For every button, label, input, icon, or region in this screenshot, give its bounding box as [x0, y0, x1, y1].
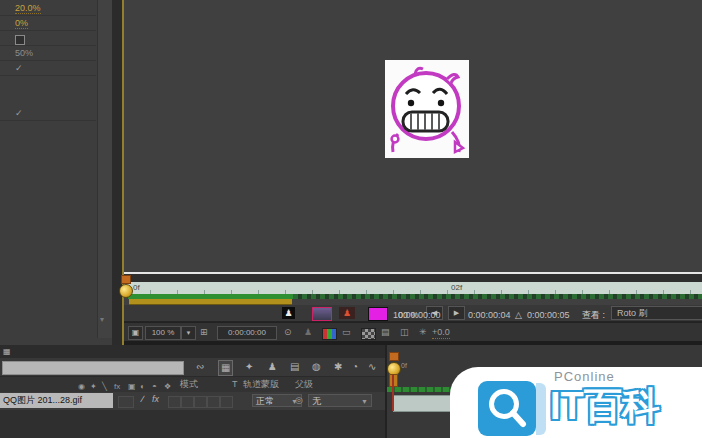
parent-select[interactable]: 无 ▼ — [308, 394, 372, 407]
row-divider — [0, 120, 96, 121]
frame-blending-icon[interactable]: ▤ — [290, 360, 299, 374]
roto-in-point: 0:00:00:00 — [398, 307, 441, 323]
row-divider — [0, 30, 96, 31]
timeline-properties-panel: 20.0% 0% 50% ✓ ✓ ▾ — [0, 0, 112, 345]
watermark: PConline IT百科 — [450, 367, 702, 438]
delta-icon: △ — [515, 307, 522, 323]
brainstorm-icon[interactable]: ✱ — [334, 360, 342, 374]
3d-view-icon[interactable]: ◫ — [400, 326, 409, 338]
auto-keyframe-icon[interactable]: ◔ — [352, 360, 358, 374]
column-header-t[interactable]: T — [232, 377, 238, 392]
roto-out-point: 0:00:00:04 — [468, 307, 511, 323]
hand-tool-icon[interactable]: ▣ — [128, 326, 143, 340]
time-ruler[interactable]: 0f 02f — [124, 282, 702, 294]
parent-value: 无 — [312, 396, 321, 406]
pixel-aspect-icon[interactable]: ▤ — [381, 326, 390, 338]
show-snapshot-icon[interactable]: ♟ — [304, 326, 312, 338]
row-divider — [0, 15, 96, 16]
parent-pickwhip-icon[interactable]: ◎ — [295, 395, 303, 405]
layer-name[interactable]: QQ图片 201...28.gif — [0, 393, 113, 408]
property-row: 50% — [0, 46, 96, 60]
character-artwork[interactable] — [385, 60, 469, 158]
property-row: ✓ — [0, 106, 96, 120]
snapshot-icon[interactable]: ⊙ — [284, 326, 292, 338]
after-effects-window: 20.0% 0% 50% ✓ ✓ ▾ — [0, 0, 702, 438]
layer-switch-box[interactable] — [194, 396, 207, 408]
layer-fx-badge[interactable]: fx — [152, 394, 159, 404]
toggle-alpha-boundary-icon[interactable] — [312, 307, 332, 321]
scroll-down-icon[interactable]: ▾ — [100, 315, 104, 324]
shy-layers-icon[interactable]: ♟ — [268, 360, 277, 374]
zoom-dropdown-icon[interactable]: ▼ — [181, 326, 196, 340]
watermark-page-shape — [536, 383, 546, 435]
exposure-icon[interactable]: ✳ — [419, 326, 427, 338]
column-header-track-matte[interactable]: 轨道蒙版 — [243, 377, 279, 392]
property-row: 0% — [0, 16, 96, 30]
resolution-icon[interactable]: ▭ — [342, 326, 351, 338]
dropdown-arrow-icon: ▼ — [361, 395, 368, 408]
layer-video-switch[interactable] — [118, 396, 134, 408]
timeline-search-field[interactable] — [2, 361, 184, 375]
toggle-alpha-icon[interactable]: ♟ — [282, 307, 295, 319]
current-time-indicator[interactable] — [119, 284, 133, 298]
watermark-title-text: IT百科 — [550, 381, 660, 432]
row-divider — [0, 60, 96, 61]
panel-menu-icon[interactable]: ▦ — [3, 345, 11, 359]
next-frame-button[interactable]: ▶ — [448, 306, 465, 320]
time-indicator-top-marker[interactable] — [121, 275, 131, 284]
transparency-grid-icon[interactable] — [361, 328, 376, 340]
column-header-parent[interactable]: 父级 — [295, 377, 313, 392]
grid-guides-icon[interactable]: ⊞ — [200, 326, 208, 338]
row-divider — [0, 75, 96, 76]
view-select[interactable]: Roto 刷 — [611, 306, 702, 320]
ruler-backing — [124, 274, 702, 282]
property-value-percent[interactable]: 0% — [15, 18, 28, 29]
property-value-percent[interactable]: 20.0% — [15, 3, 41, 14]
property-checkmark[interactable]: ✓ — [15, 63, 23, 73]
property-row: 20.0% — [0, 1, 96, 15]
roto-span-bar-extrapolated[interactable] — [293, 294, 702, 299]
row-divider — [0, 45, 96, 46]
toggle-alpha-overlay-icon[interactable]: ♟ — [339, 307, 355, 319]
roto-duration: 0:00:00:05 — [527, 307, 570, 323]
column-header-mode[interactable]: 模式 — [180, 377, 198, 392]
viewer-options-bar: ▣ 100 % ▼ ⊞ 0:00:00:00 ⊙ ♟ ▭ ▤ ◫ ✳ +0.0 — [124, 322, 702, 342]
property-row: ✓ — [0, 61, 96, 75]
timeline-cti-top-marker[interactable] — [389, 352, 399, 361]
blend-mode-value: 正常 — [256, 396, 274, 406]
layer-switch-box[interactable] — [168, 396, 181, 408]
current-time-display[interactable]: 0:00:00:00 — [217, 326, 277, 340]
layer-draw-icon[interactable]: ∕ — [142, 394, 144, 404]
motion-blur-icon[interactable]: ◍ — [312, 360, 321, 374]
roto-brush-bar: ♟ ♟ 100 % ◀ 0:00:00:00 ▶ 0:00:00:04 △ 0:… — [124, 305, 702, 322]
property-checkbox[interactable] — [15, 35, 25, 45]
view-label: 查看 : — [582, 307, 605, 323]
timeline-cti-line[interactable] — [392, 375, 394, 411]
property-checkmark[interactable]: ✓ — [15, 108, 23, 118]
comp-mini-flowchart-icon[interactable]: ∾ — [196, 360, 204, 374]
layer-switch-box[interactable] — [207, 396, 220, 408]
layer-switch-box[interactable] — [181, 396, 194, 408]
zoom-level-select[interactable]: 100 % — [145, 326, 181, 340]
overlay-color-swatch[interactable] — [368, 307, 388, 321]
watermark-logo — [478, 381, 536, 436]
show-channel-icon[interactable] — [322, 328, 337, 340]
scrollbar-track[interactable]: ▾ — [97, 0, 113, 338]
graph-editor-box-icon[interactable]: ▦ — [218, 360, 233, 376]
layer-switch-box[interactable] — [220, 396, 233, 408]
timeline-ruler-label: 0f — [401, 362, 407, 369]
graph-editor-icon[interactable]: ∿ — [368, 360, 376, 374]
exposure-value[interactable]: +0.0 — [432, 326, 450, 339]
property-row — [0, 32, 96, 46]
draft-3d-icon[interactable]: ✦ — [245, 360, 253, 374]
property-value-static: 50% — [15, 48, 33, 58]
magnifier-icon — [478, 381, 536, 436]
